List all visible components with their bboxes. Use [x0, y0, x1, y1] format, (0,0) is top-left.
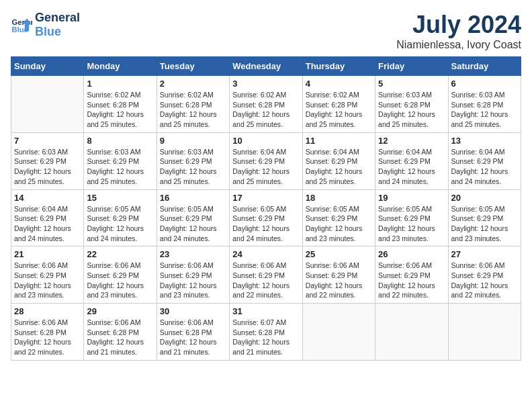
week-row-3: 14Sunrise: 6:04 AM Sunset: 6:29 PM Dayli…	[11, 189, 521, 246]
calendar-cell: 21Sunrise: 6:06 AM Sunset: 6:29 PM Dayli…	[11, 246, 84, 304]
calendar-cell: 1Sunrise: 6:02 AM Sunset: 6:28 PM Daylig…	[84, 76, 157, 133]
calendar-cell: 31Sunrise: 6:07 AM Sunset: 6:28 PM Dayli…	[230, 304, 302, 361]
month-year-title: July 2024	[396, 11, 521, 39]
day-info: Sunrise: 6:03 AM Sunset: 6:28 PM Dayligh…	[451, 90, 518, 130]
calendar-cell: 26Sunrise: 6:06 AM Sunset: 6:29 PM Dayli…	[375, 246, 448, 304]
weekday-header-saturday: Saturday	[448, 57, 521, 76]
calendar-cell: 17Sunrise: 6:05 AM Sunset: 6:29 PM Dayli…	[230, 189, 302, 246]
logo-text-blue: Blue	[35, 25, 80, 39]
day-number: 18	[306, 193, 372, 203]
weekday-header-friday: Friday	[375, 57, 448, 76]
calendar-cell: 19Sunrise: 6:05 AM Sunset: 6:29 PM Dayli…	[375, 189, 448, 246]
day-number: 9	[160, 136, 226, 146]
day-number: 15	[87, 193, 153, 203]
calendar-cell: 25Sunrise: 6:06 AM Sunset: 6:29 PM Dayli…	[302, 246, 375, 304]
day-info: Sunrise: 6:06 AM Sunset: 6:29 PM Dayligh…	[87, 261, 153, 300]
calendar-cell: 10Sunrise: 6:04 AM Sunset: 6:29 PM Dayli…	[230, 132, 302, 189]
calendar-cell: 14Sunrise: 6:04 AM Sunset: 6:29 PM Dayli…	[11, 189, 84, 246]
day-number: 30	[160, 306, 226, 316]
calendar-cell: 9Sunrise: 6:03 AM Sunset: 6:29 PM Daylig…	[157, 132, 229, 189]
day-info: Sunrise: 6:04 AM Sunset: 6:29 PM Dayligh…	[306, 147, 372, 187]
calendar-cell: 12Sunrise: 6:04 AM Sunset: 6:29 PM Dayli…	[375, 132, 448, 189]
day-number: 16	[160, 193, 226, 203]
day-info: Sunrise: 6:03 AM Sunset: 6:29 PM Dayligh…	[87, 147, 153, 187]
day-info: Sunrise: 6:02 AM Sunset: 6:28 PM Dayligh…	[160, 90, 226, 130]
day-info: Sunrise: 6:04 AM Sunset: 6:29 PM Dayligh…	[378, 147, 445, 187]
logo-text-general: General	[35, 11, 80, 25]
calendar-cell: 20Sunrise: 6:05 AM Sunset: 6:29 PM Dayli…	[448, 189, 521, 246]
day-number: 22	[87, 249, 153, 259]
calendar-cell: 6Sunrise: 6:03 AM Sunset: 6:28 PM Daylig…	[448, 76, 521, 133]
day-info: Sunrise: 6:05 AM Sunset: 6:29 PM Dayligh…	[87, 204, 153, 244]
day-number: 23	[160, 249, 226, 259]
day-info: Sunrise: 6:03 AM Sunset: 6:29 PM Dayligh…	[160, 147, 226, 187]
weekday-header-tuesday: Tuesday	[157, 57, 229, 76]
day-info: Sunrise: 6:02 AM Sunset: 6:28 PM Dayligh…	[306, 90, 372, 130]
calendar-cell: 5Sunrise: 6:03 AM Sunset: 6:28 PM Daylig…	[375, 76, 448, 133]
calendar-cell: 24Sunrise: 6:06 AM Sunset: 6:29 PM Dayli…	[230, 246, 302, 304]
day-info: Sunrise: 6:04 AM Sunset: 6:29 PM Dayligh…	[451, 147, 518, 187]
day-number: 10	[232, 136, 299, 146]
day-info: Sunrise: 6:06 AM Sunset: 6:29 PM Dayligh…	[451, 261, 518, 300]
calendar-cell	[11, 76, 84, 133]
day-info: Sunrise: 6:06 AM Sunset: 6:29 PM Dayligh…	[378, 261, 445, 300]
day-number: 7	[14, 136, 81, 146]
day-number: 3	[232, 79, 299, 89]
day-info: Sunrise: 6:05 AM Sunset: 6:29 PM Dayligh…	[451, 204, 518, 244]
calendar-cell: 30Sunrise: 6:06 AM Sunset: 6:28 PM Dayli…	[157, 304, 229, 361]
calendar-cell: 23Sunrise: 6:06 AM Sunset: 6:29 PM Dayli…	[157, 246, 229, 304]
week-row-2: 7Sunrise: 6:03 AM Sunset: 6:29 PM Daylig…	[11, 132, 521, 189]
day-number: 11	[306, 136, 372, 146]
day-number: 31	[232, 306, 299, 316]
calendar-table: SundayMondayTuesdayWednesdayThursdayFrid…	[11, 56, 521, 361]
day-number: 6	[451, 79, 518, 89]
day-number: 14	[14, 193, 81, 203]
day-info: Sunrise: 6:03 AM Sunset: 6:28 PM Dayligh…	[378, 90, 445, 130]
day-number: 1	[87, 79, 153, 89]
calendar-cell	[375, 304, 448, 361]
day-info: Sunrise: 6:07 AM Sunset: 6:28 PM Dayligh…	[232, 318, 299, 357]
day-info: Sunrise: 6:06 AM Sunset: 6:29 PM Dayligh…	[306, 261, 372, 300]
calendar-cell: 27Sunrise: 6:06 AM Sunset: 6:29 PM Dayli…	[448, 246, 521, 304]
day-info: Sunrise: 6:06 AM Sunset: 6:29 PM Dayligh…	[160, 261, 226, 300]
day-number: 28	[14, 306, 81, 316]
calendar-cell: 22Sunrise: 6:06 AM Sunset: 6:29 PM Dayli…	[84, 246, 157, 304]
day-info: Sunrise: 6:06 AM Sunset: 6:29 PM Dayligh…	[232, 261, 299, 300]
day-info: Sunrise: 6:06 AM Sunset: 6:29 PM Dayligh…	[14, 261, 81, 300]
weekday-header-sunday: Sunday	[11, 57, 84, 76]
calendar-cell	[302, 304, 375, 361]
day-info: Sunrise: 6:06 AM Sunset: 6:28 PM Dayligh…	[160, 318, 226, 357]
day-info: Sunrise: 6:03 AM Sunset: 6:29 PM Dayligh…	[14, 147, 81, 187]
day-number: 21	[14, 249, 81, 259]
day-info: Sunrise: 6:05 AM Sunset: 6:29 PM Dayligh…	[232, 204, 299, 244]
calendar-cell	[448, 304, 521, 361]
day-info: Sunrise: 6:04 AM Sunset: 6:29 PM Dayligh…	[14, 204, 81, 244]
day-info: Sunrise: 6:05 AM Sunset: 6:29 PM Dayligh…	[306, 204, 372, 244]
calendar-cell: 28Sunrise: 6:06 AM Sunset: 6:28 PM Dayli…	[11, 304, 84, 361]
weekday-header-monday: Monday	[84, 57, 157, 76]
day-number: 27	[451, 249, 518, 259]
day-info: Sunrise: 6:06 AM Sunset: 6:28 PM Dayligh…	[87, 318, 153, 357]
day-number: 2	[160, 79, 226, 89]
weekday-header-wednesday: Wednesday	[230, 57, 302, 76]
day-number: 5	[378, 79, 445, 89]
calendar-cell: 2Sunrise: 6:02 AM Sunset: 6:28 PM Daylig…	[157, 76, 229, 133]
calendar-cell: 4Sunrise: 6:02 AM Sunset: 6:28 PM Daylig…	[302, 76, 375, 133]
day-info: Sunrise: 6:05 AM Sunset: 6:29 PM Dayligh…	[378, 204, 445, 244]
week-row-5: 28Sunrise: 6:06 AM Sunset: 6:28 PM Dayli…	[11, 304, 521, 361]
day-info: Sunrise: 6:06 AM Sunset: 6:28 PM Dayligh…	[14, 318, 81, 357]
weekday-header-thursday: Thursday	[302, 57, 375, 76]
day-number: 25	[306, 249, 372, 259]
day-number: 19	[378, 193, 445, 203]
week-row-1: 1Sunrise: 6:02 AM Sunset: 6:28 PM Daylig…	[11, 76, 521, 133]
calendar-cell: 8Sunrise: 6:03 AM Sunset: 6:29 PM Daylig…	[84, 132, 157, 189]
calendar-cell: 29Sunrise: 6:06 AM Sunset: 6:28 PM Dayli…	[84, 304, 157, 361]
calendar-cell: 15Sunrise: 6:05 AM Sunset: 6:29 PM Dayli…	[84, 189, 157, 246]
day-number: 29	[87, 306, 153, 316]
calendar-cell: 3Sunrise: 6:02 AM Sunset: 6:28 PM Daylig…	[230, 76, 302, 133]
day-info: Sunrise: 6:05 AM Sunset: 6:29 PM Dayligh…	[160, 204, 226, 244]
day-number: 17	[232, 193, 299, 203]
day-info: Sunrise: 6:02 AM Sunset: 6:28 PM Dayligh…	[232, 90, 299, 130]
day-number: 26	[378, 249, 445, 259]
calendar-cell: 16Sunrise: 6:05 AM Sunset: 6:29 PM Dayli…	[157, 189, 229, 246]
